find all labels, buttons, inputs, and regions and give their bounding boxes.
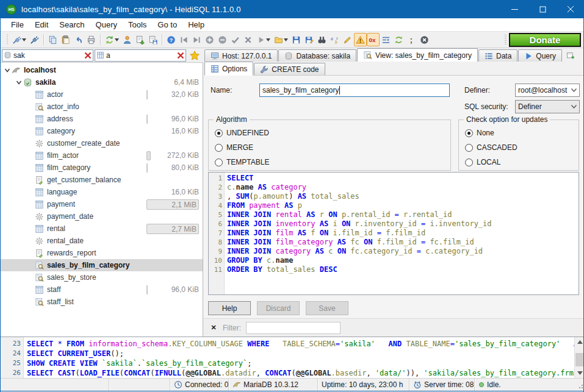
stop-query-button[interactable] [418,33,431,46]
go-first-button[interactable] [178,33,190,46]
expand-chevron-icon[interactable] [15,79,23,85]
tab-data[interactable]: Data [478,49,517,62]
undo-button[interactable] [72,33,85,46]
tree-item-actor-info[interactable]: actor_info [1,101,203,113]
tree-item-get-customer-balance[interactable]: get_customer_balance [1,174,203,186]
menu-go-to[interactable]: Go to [152,19,182,30]
tab-host[interactable]: Host: 127.0.0.1 [204,49,278,62]
save-database-button[interactable] [146,33,159,46]
tree-item-staff-list[interactable]: staff_list [1,296,203,308]
subtab-options[interactable]: Options [204,62,253,76]
check-option-radio-cascaded[interactable]: CASCADED [465,141,579,154]
editor-code[interactable]: SELECTc.name AS category, SUM(p.amount) … [225,173,579,294]
menu-file[interactable]: File [5,19,29,30]
save-button[interactable]: Save [306,301,348,315]
tab-database[interactable]: Database: sakila [278,49,356,62]
maximize-button[interactable] [528,0,557,18]
dropdown-caret-icon[interactable] [22,38,26,41]
menu-query[interactable]: Query [90,19,123,30]
definer-combobox[interactable]: root@localhost [515,84,580,97]
tree-item-rental-date[interactable]: rental_date [1,235,203,247]
tree-item-language[interactable]: language16,0 KiB [1,186,203,198]
tree-item-film-category[interactable]: film_category80,0 KiB [1,162,203,174]
tree-item-sales-by-film-category[interactable]: sales_by_film_category [1,259,203,271]
post-changes-button[interactable] [229,33,242,46]
tab-view[interactable]: View: sales_by_film_category [357,48,478,62]
tree-item-staff[interactable]: staff96,0 KiB [1,283,203,296]
algorithm-radio-undefined[interactable]: UNDEFINED [215,126,450,140]
replace-text-button[interactable]: ab [328,33,341,46]
delete-row-button[interactable] [216,33,229,46]
menu-help[interactable]: Help [182,19,210,30]
minimize-button[interactable] [500,0,528,18]
dropdown-caret-icon[interactable] [284,38,288,41]
save-sql-as-button[interactable] [303,33,315,46]
tab-query[interactable]: Query [518,49,562,62]
tree-item-customer-create-date[interactable]: customer_create_date [1,137,203,149]
hex-view-button[interactable]: 0x [367,33,380,46]
close-filter-icon[interactable]: ✕ [209,324,218,332]
find-text-button[interactable] [315,33,328,46]
database-filter-input[interactable]: sak [2,49,93,62]
table-filter-input[interactable]: a [95,49,186,62]
discard-button[interactable]: Discard [257,301,300,315]
expand-chevron-icon[interactable] [3,67,12,73]
tree-item-payment-date[interactable]: payment_date [1,210,203,223]
clear-database-filter-icon[interactable] [84,52,92,59]
user-manager-button[interactable] [121,33,134,46]
tree-item-payment[interactable]: payment2,1 MiB [1,198,203,210]
menu-edit[interactable]: Edit [29,19,54,30]
refresh-button[interactable] [103,33,121,46]
tree-item-actor[interactable]: actor32,0 KiB [1,88,203,101]
algorithm-radio-temptable[interactable]: TEMPTABLE [215,155,450,169]
view-select-editor[interactable]: 1234567891011 SELECTc.name AS category, … [208,172,579,295]
run-routine-button[interactable] [254,33,272,46]
paste-button[interactable] [59,33,72,46]
tree-item-rewards-report[interactable]: rewards_report [1,247,203,259]
tree-item-rental[interactable]: rental2,7 MiB [1,223,203,235]
check-option-radio-none[interactable]: None [465,126,579,140]
tree-item-address[interactable]: address96,0 KiB [1,113,203,125]
log-lines[interactable]: SELECT * FROM information_schema.KEY_COL… [24,337,574,378]
insert-row-button[interactable] [203,33,216,46]
clear-table-filter-icon[interactable] [177,52,184,59]
scroll-up-icon[interactable] [575,337,584,347]
dropdown-caret-icon[interactable] [266,38,270,41]
subtab-create-code[interactable]: CREATE code [254,63,325,75]
tree-item-sakila[interactable]: sakila6,4 MiB [1,76,203,88]
resize-grip[interactable] [577,383,583,389]
favorites-button[interactable] [187,49,202,62]
close-button[interactable] [557,0,584,18]
sql-security-combobox[interactable]: Definer [515,100,580,113]
disconnect-button[interactable] [28,33,41,46]
filter-input[interactable] [246,322,341,334]
query-arrows-button[interactable] [392,33,405,46]
export-database-button[interactable] [134,33,146,46]
new-query-tab-button[interactable] [566,49,575,62]
reformat-sql-button[interactable] [341,33,354,46]
menu-search[interactable]: Search [54,19,90,30]
help-button[interactable]: Help [208,301,251,315]
go-last-button[interactable] [190,33,203,46]
check-option-radio-local[interactable]: LOCAL [465,155,579,169]
print-button[interactable] [85,33,98,46]
indent-button[interactable] [380,33,392,46]
log-scrollbar[interactable] [574,337,584,378]
open-sql-file-button[interactable] [272,33,290,46]
dropdown-caret-icon[interactable] [115,38,119,41]
session-manager-button[interactable] [10,33,28,46]
tree-item-sales-by-store[interactable]: sales_by_store [1,271,203,283]
help-button[interactable]: ? [165,33,178,46]
bind-parameters-button[interactable] [354,33,367,46]
tree-item-film-actor[interactable]: film_actor272,0 KiB [1,149,203,162]
tree-item-category[interactable]: category16,0 KiB [1,125,203,137]
copy-button[interactable] [46,33,59,46]
algorithm-radio-merge[interactable]: MERGE [215,141,450,154]
save-sql-button[interactable] [290,33,303,46]
menu-tools[interactable]: Tools [123,19,152,30]
scrollbar-thumb[interactable] [575,353,584,366]
cancel-editing-button[interactable] [242,33,254,46]
tree-item-localhost[interactable]: localhost [1,64,203,76]
scroll-down-icon[interactable] [575,368,584,378]
semicolon-button[interactable]: ; [405,33,418,46]
